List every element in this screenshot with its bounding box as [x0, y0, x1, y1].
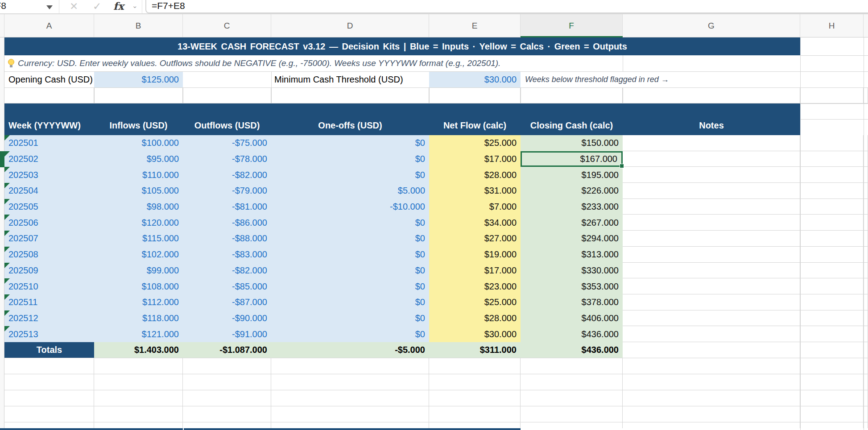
- empty-cell[interactable]: [94, 374, 183, 390]
- empty-cell[interactable]: [623, 374, 800, 390]
- empty-cell[interactable]: [271, 422, 429, 428]
- opening-cash-input-cell[interactable]: $125.000: [94, 71, 183, 87]
- instructions-note-cell[interactable]: Currency: USD. Enter weekly values. Outf…: [4, 55, 620, 71]
- empty-cell[interactable]: [4, 358, 94, 374]
- cell-outflows[interactable]: -$91.000: [183, 326, 271, 342]
- empty-cell[interactable]: [94, 358, 183, 374]
- totals-label-cell[interactable]: Totals: [4, 342, 94, 358]
- cell-closing[interactable]: $330.000: [521, 263, 623, 279]
- empty-cell[interactable]: [864, 406, 868, 422]
- totals-notes-cell[interactable]: [623, 342, 800, 358]
- cell-net[interactable]: $17.000: [429, 263, 521, 279]
- empty-cell[interactable]: [623, 199, 800, 215]
- cell-net[interactable]: $27.000: [429, 231, 521, 247]
- cell-outflows[interactable]: -$85.000: [183, 278, 271, 294]
- empty-cell[interactable]: [800, 278, 864, 294]
- cell-net[interactable]: $25.000: [429, 135, 521, 151]
- empty-cell[interactable]: [800, 135, 864, 151]
- empty-cell[interactable]: [864, 374, 868, 390]
- empty-cell[interactable]: [271, 390, 429, 406]
- cell-oneoffs[interactable]: $0: [271, 215, 429, 231]
- cell-inflows[interactable]: $95.000: [94, 151, 183, 167]
- empty-cell[interactable]: [521, 374, 623, 390]
- empty-cell[interactable]: [864, 87, 868, 103]
- header-oneoffs[interactable]: One-offs (USD): [271, 103, 429, 135]
- column-header-B[interactable]: B: [94, 14, 183, 37]
- cell-inflows[interactable]: $98.000: [94, 199, 183, 215]
- empty-cell[interactable]: [800, 294, 864, 310]
- empty-cell[interactable]: [864, 247, 868, 263]
- empty-cell[interactable]: [429, 87, 521, 103]
- cancel-icon[interactable]: ✕: [70, 0, 78, 12]
- cell-outflows[interactable]: -$86.000: [183, 215, 271, 231]
- totals-outflows-cell[interactable]: -$1.087.000: [183, 342, 271, 358]
- cell-week[interactable]: 202504: [4, 183, 94, 199]
- empty-cell[interactable]: [623, 231, 800, 247]
- empty-cell[interactable]: [271, 406, 429, 422]
- header-netflow[interactable]: Net Flow (calc): [429, 103, 521, 135]
- cell-net[interactable]: $17.000: [429, 151, 521, 167]
- cell-net[interactable]: $19.000: [429, 247, 521, 263]
- cell-closing[interactable]: $233.000: [521, 199, 623, 215]
- empty-cell[interactable]: [429, 422, 521, 428]
- cell-net[interactable]: $34.000: [429, 215, 521, 231]
- cell-oneoffs[interactable]: $0: [271, 167, 429, 183]
- cell-closing[interactable]: $195.000: [521, 167, 623, 183]
- name-box-dropdown-icon[interactable]: [46, 5, 53, 9]
- empty-cell[interactable]: [94, 422, 183, 428]
- column-header-G[interactable]: G: [623, 14, 800, 37]
- empty-cell[interactable]: [183, 87, 271, 103]
- empty-cell[interactable]: [800, 167, 864, 183]
- cell-oneoffs[interactable]: $5.000: [271, 183, 429, 199]
- cell-outflows[interactable]: -$83.000: [183, 247, 271, 263]
- cell-inflows[interactable]: $100.000: [94, 135, 183, 151]
- empty-cell[interactable]: [800, 199, 864, 215]
- empty-cell[interactable]: [864, 151, 868, 167]
- column-header-F[interactable]: F: [521, 14, 623, 37]
- insert-function-icon[interactable]: fx: [113, 0, 124, 12]
- cell-week[interactable]: 202507: [4, 231, 94, 247]
- header-closing[interactable]: Closing Cash (calc): [521, 103, 623, 135]
- cell-closing[interactable]: $313.000: [521, 247, 623, 263]
- cell-oneoffs[interactable]: $0: [271, 135, 429, 151]
- cell-net[interactable]: $28.000: [429, 310, 521, 327]
- column-header-partial[interactable]: [864, 14, 868, 37]
- cell-net[interactable]: $23.000: [429, 278, 521, 294]
- cell-oneoffs[interactable]: $0: [271, 247, 429, 263]
- empty-cell[interactable]: [429, 406, 521, 422]
- empty-cell[interactable]: [4, 374, 94, 390]
- empty-cell[interactable]: [623, 151, 800, 167]
- empty-cell[interactable]: [864, 294, 868, 310]
- cell-week[interactable]: 202512: [4, 310, 94, 327]
- cell-inflows[interactable]: $99.000: [94, 263, 183, 279]
- empty-cell[interactable]: [521, 422, 623, 428]
- empty-cell[interactable]: [864, 167, 868, 183]
- cell-net[interactable]: $30.000: [429, 326, 521, 342]
- empty-cell[interactable]: [800, 87, 864, 103]
- empty-cell[interactable]: [94, 406, 183, 422]
- totals-net-cell[interactable]: $311.000: [429, 342, 521, 358]
- cell-oneoffs[interactable]: $0: [271, 294, 429, 310]
- empty-cell[interactable]: [864, 358, 868, 374]
- cell-week[interactable]: 202505: [4, 199, 94, 215]
- cell-closing[interactable]: $378.000: [521, 294, 623, 310]
- cell-inflows[interactable]: $110.000: [94, 167, 183, 183]
- empty-cell[interactable]: [623, 87, 800, 103]
- empty-cell[interactable]: [864, 135, 868, 151]
- select-all-stub[interactable]: [0, 14, 4, 37]
- column-header-H[interactable]: H: [800, 14, 864, 37]
- empty-cell[interactable]: [94, 87, 183, 103]
- empty-cell[interactable]: [800, 263, 864, 279]
- cell-week[interactable]: 202502: [4, 151, 94, 167]
- empty-cell[interactable]: [623, 247, 800, 263]
- cell-oneoffs[interactable]: -$10.000: [271, 199, 429, 215]
- empty-cell[interactable]: [864, 342, 868, 358]
- cell-inflows[interactable]: $121.000: [94, 326, 183, 342]
- cell-oneoffs[interactable]: $0: [271, 278, 429, 294]
- empty-cell[interactable]: [800, 422, 864, 428]
- cell-net[interactable]: $7.000: [429, 199, 521, 215]
- cell-week[interactable]: 202506: [4, 215, 94, 231]
- row-header-strip[interactable]: [0, 37, 4, 430]
- empty-cell[interactable]: [623, 326, 800, 342]
- cell-closing[interactable]: $353.000: [521, 278, 623, 294]
